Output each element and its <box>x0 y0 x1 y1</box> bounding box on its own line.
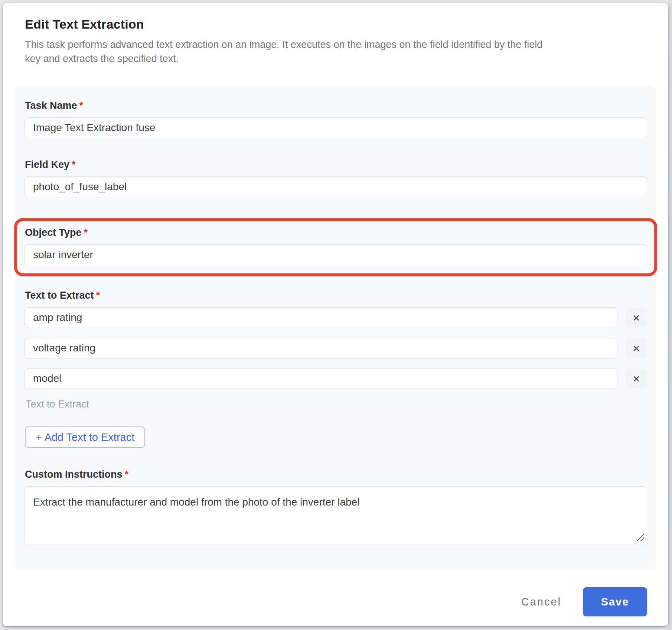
form-panel: Task Name* Field Key* Object Type* Text … <box>15 85 656 569</box>
task-name-field-group: Task Name* <box>24 100 647 138</box>
dialog-footer: Cancel Save <box>3 587 647 616</box>
field-key-label: Field Key* <box>25 159 647 171</box>
required-asterisk: * <box>72 159 76 170</box>
close-icon: × <box>633 311 640 324</box>
object-type-label-text: Object Type <box>25 227 82 238</box>
text-to-extract-row: × <box>24 307 647 328</box>
text-to-extract-helper-text: Text to Extract <box>26 399 647 410</box>
save-button[interactable]: Save <box>583 587 647 616</box>
object-type-annotation-highlight: Object Type* <box>14 218 657 276</box>
task-name-label-text: Task Name <box>25 100 77 111</box>
add-text-to-extract-button[interactable]: + Add Text to Extract <box>25 426 145 448</box>
custom-instructions-label: Custom Instructions* <box>25 469 647 480</box>
remove-text-button[interactable]: × <box>626 308 647 327</box>
text-to-extract-input[interactable] <box>24 338 617 358</box>
dialog-description: This task performs advanced text extract… <box>25 38 548 66</box>
cancel-button[interactable]: Cancel <box>511 592 572 612</box>
text-to-extract-label: Text to Extract* <box>25 290 647 301</box>
remove-text-button[interactable]: × <box>626 369 647 388</box>
field-key-label-text: Field Key <box>25 159 69 170</box>
object-type-field-group: Object Type* <box>24 227 647 265</box>
text-to-extract-input[interactable] <box>24 368 617 389</box>
custom-instructions-label-text: Custom Instructions <box>25 469 123 480</box>
text-to-extract-label-text: Text to Extract <box>25 290 94 301</box>
text-to-extract-field-group: Text to Extract* × × × <box>24 290 647 448</box>
close-icon: × <box>633 342 640 354</box>
object-type-label: Object Type* <box>25 227 647 238</box>
remove-text-button[interactable]: × <box>626 338 647 358</box>
text-to-extract-list: × × × <box>24 307 647 389</box>
required-asterisk: * <box>84 227 88 238</box>
text-to-extract-row: × <box>24 368 647 389</box>
edit-text-extraction-dialog: Edit Text Extraction This task performs … <box>3 3 668 626</box>
required-asterisk: * <box>96 290 100 301</box>
object-type-input[interactable] <box>24 244 647 265</box>
required-asterisk: * <box>79 100 84 111</box>
task-name-label: Task Name* <box>25 100 647 111</box>
custom-instructions-field-group: Custom Instructions* Extract the manufac… <box>24 469 647 545</box>
task-name-input[interactable] <box>24 117 647 138</box>
field-key-field-group: Field Key* <box>24 159 647 197</box>
dialog-title: Edit Text Extraction <box>25 17 668 32</box>
text-to-extract-row: × <box>24 338 647 358</box>
backdrop-stripe <box>668 0 672 630</box>
close-icon: × <box>633 372 640 385</box>
custom-instructions-wrapper: Extract the manufacturer and model from … <box>24 486 647 545</box>
field-key-input[interactable] <box>24 176 647 197</box>
required-asterisk: * <box>125 469 129 480</box>
custom-instructions-textarea[interactable]: Extract the manufacturer and model from … <box>24 486 647 545</box>
text-to-extract-input[interactable] <box>24 307 617 328</box>
